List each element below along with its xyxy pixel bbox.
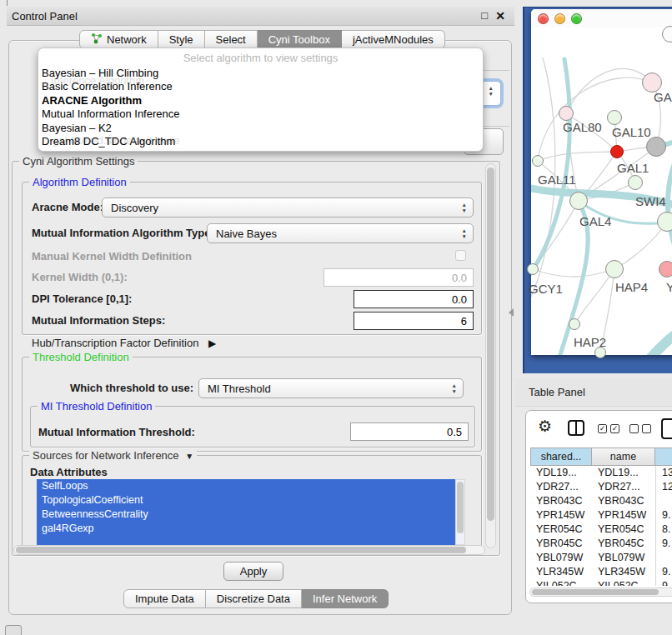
network-node[interactable] <box>657 212 672 232</box>
settings-horizontal-scrollbar[interactable] <box>13 545 485 555</box>
scrollbar-thumb[interactable] <box>532 589 659 595</box>
algorithm-option[interactable]: Mutual Information Inference <box>42 108 479 121</box>
attribute-list-scrollbar[interactable] <box>455 479 465 545</box>
tab-select[interactable]: Select <box>205 30 258 49</box>
table-panel: ⚙ ✓ ✓ shared...nameA YDL19...YDL19...13Y… <box>525 410 672 603</box>
algorithm-dropdown-list: Select algorithm to view settings Infere… <box>38 48 484 152</box>
attribute-list-item[interactable]: SelfLoops <box>37 479 455 493</box>
table-row[interactable]: YIL052CYIL052C9 <box>530 579 672 586</box>
tab-label: Impute Data <box>135 592 194 605</box>
algorithm-option[interactable]: Dream8 DC_TDC Algorithm <box>42 135 479 148</box>
table-cell: YPR145W <box>530 508 592 522</box>
table-cell: YBR045C <box>592 537 655 551</box>
apply-button[interactable]: Apply <box>223 562 283 581</box>
tab-style[interactable]: Style <box>158 30 205 49</box>
table-row[interactable]: YDR27...YDR27...12 <box>530 480 672 494</box>
table-cell: YBR045C <box>530 537 592 551</box>
attribute-list-item[interactable]: TopologicalCoefficient <box>37 493 455 508</box>
kernel-width-field[interactable]: 0.0 <box>323 268 474 287</box>
attribute-list-item[interactable]: BetweennessCentrality <box>37 508 455 522</box>
table-row[interactable]: YER054CYER054C8. <box>530 522 672 537</box>
combo-arrows-icon: ▲▼ <box>489 85 494 97</box>
data-attributes-list[interactable]: SelfLoopsTopologicalCoefficientBetweenne… <box>37 479 455 545</box>
table-row[interactable]: YLR345WYLR345W9. <box>530 565 672 579</box>
network-node[interactable] <box>607 110 622 125</box>
window-border-tick <box>7 0 8 6</box>
scrollbar-thumb[interactable] <box>457 482 464 533</box>
group-title: Algorithm Definition <box>29 176 130 188</box>
group-title: Threshold Definition <box>29 351 133 363</box>
kernel-width-label: Kernel Width (0,1): <box>32 271 128 283</box>
tab-network[interactable]: Network <box>79 30 158 49</box>
aracne-mode-combo[interactable]: Discovery ▲▼ <box>102 198 474 218</box>
which-threshold-combo[interactable]: MI Threshold ▲▼ <box>198 378 464 398</box>
network-node-label: GAL10 <box>612 125 651 139</box>
column-header[interactable]: shared... <box>530 448 592 466</box>
tab-cyni-toolbox[interactable]: Cyni Toolbox <box>258 30 342 49</box>
table-cell: YDL19... <box>530 466 592 480</box>
table-cell: 8. <box>655 522 672 537</box>
network-node-label: Y <box>666 280 672 294</box>
algorithm-option[interactable]: Bayesian – Hill Climbing <box>42 67 479 80</box>
minimized-panel-icon[interactable] <box>5 625 22 635</box>
tab-label: Style <box>169 33 193 46</box>
sources-title[interactable]: Sources for Network Inference ▼ <box>29 449 197 462</box>
algorithm-option[interactable]: ARACNE Algorithm <box>42 94 479 108</box>
network-canvas[interactable]: GALGAL80GAL10GAL1GAL11SWI4GAL4GCY1HAP4YH… <box>531 9 672 355</box>
network-node[interactable] <box>559 106 574 121</box>
mi-steps-field[interactable]: 6 <box>354 312 474 330</box>
network-node[interactable] <box>610 145 624 158</box>
network-node-label: HAP4 <box>615 280 648 294</box>
float-window-icon[interactable]: □ <box>481 9 488 22</box>
table-row[interactable]: YPR145WYPR145W9. <box>530 508 672 522</box>
column-chooser-icon[interactable] <box>568 420 584 436</box>
deselect-all-icon[interactable] <box>629 424 651 433</box>
group-title: MI Threshold Definition <box>38 400 155 412</box>
table-cell: YLR345W <box>592 565 655 579</box>
network-node[interactable] <box>628 175 643 190</box>
algorithm-option[interactable]: Basic Correlation Inference <box>42 80 479 93</box>
network-node-label: GCY1 <box>529 282 563 296</box>
network-node[interactable] <box>527 263 539 275</box>
network-node-label: GAL <box>654 90 672 104</box>
table-cell: 9. <box>655 508 672 522</box>
tab-impute-data[interactable]: Impute Data <box>123 589 206 608</box>
gear-icon[interactable]: ⚙ <box>538 417 552 436</box>
tab-infer-network[interactable]: Infer Network <box>302 589 389 608</box>
network-node[interactable] <box>569 192 588 210</box>
column-header[interactable]: name <box>592 448 655 466</box>
partial-toolbar-icon[interactable] <box>661 418 672 439</box>
table-horizontal-scrollbar[interactable] <box>529 588 672 597</box>
close-window-icon[interactable]: ✕ <box>495 9 505 22</box>
table-cell: YIL052C <box>592 579 655 586</box>
algorithm-option[interactable]: Bayesian – K2 <box>42 122 479 135</box>
dpi-tolerance-label: DPI Tolerance [0,1]: <box>32 292 132 305</box>
column-header[interactable]: A <box>655 448 672 466</box>
scrollbar-thumb[interactable] <box>487 168 494 521</box>
table-cell: 12 <box>655 480 672 494</box>
manual-kernel-checkbox[interactable] <box>455 250 466 261</box>
network-node[interactable] <box>646 137 666 157</box>
settings-vertical-scrollbar[interactable] <box>485 163 496 548</box>
tab-jactivemnodules[interactable]: jActiveMNodules <box>342 30 445 49</box>
network-node[interactable] <box>659 261 672 278</box>
mi-algorithm-type-combo[interactable]: Naive Bayes ▲▼ <box>207 223 474 243</box>
hub-definition-toggle[interactable]: Hub/Transcription Factor Definition ▶ <box>32 337 216 349</box>
dpi-tolerance-field[interactable]: 0.0 <box>354 290 474 308</box>
mi-threshold-field[interactable]: 0.5 <box>350 422 469 441</box>
panel-splitter-handle[interactable] <box>509 308 514 317</box>
tab-discretize-data[interactable]: Discretize Data <box>206 589 302 608</box>
table-row[interactable]: YBL079WYBL079W <box>530 551 672 565</box>
network-node-label: SWI4 <box>635 194 666 208</box>
table-row[interactable]: YBR045CYBR045C9. <box>530 537 672 551</box>
scrollbar-thumb[interactable] <box>16 547 466 553</box>
network-node-label: GAL80 <box>563 120 602 134</box>
table-row[interactable]: YBR043CYBR043C <box>530 494 672 508</box>
network-node[interactable] <box>569 318 580 330</box>
network-node[interactable] <box>605 260 624 278</box>
select-all-icon[interactable]: ✓ ✓ <box>598 424 619 433</box>
table-row[interactable]: YDL19...YDL19...13 <box>530 466 672 480</box>
data-attributes-label: Data Attributes <box>30 466 108 478</box>
network-node[interactable] <box>532 155 544 167</box>
attribute-list-item[interactable]: gal4RGexp <box>37 522 455 536</box>
